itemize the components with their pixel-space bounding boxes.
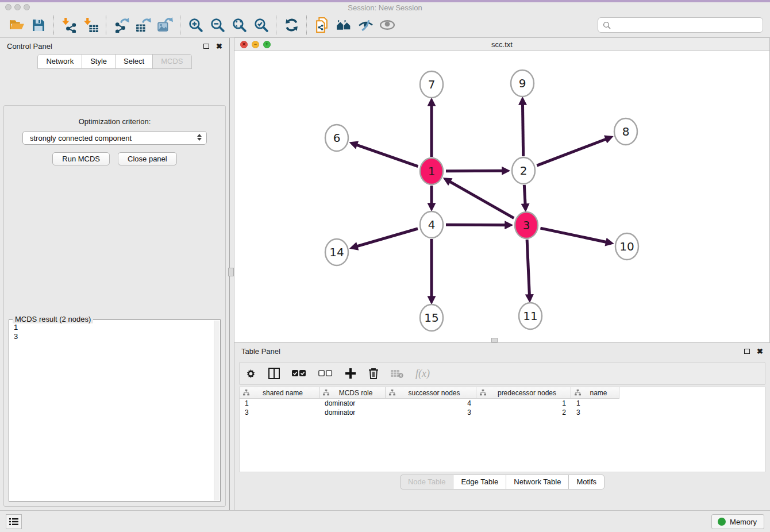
control-tab-network[interactable]: Network: [37, 54, 82, 69]
show-all-button[interactable]: [333, 15, 355, 36]
table-cell[interactable]: 3: [240, 408, 319, 417]
graph-node-7[interactable]: 7: [420, 71, 443, 98]
zoom-in-button[interactable]: [184, 15, 206, 36]
apply-layout-button[interactable]: [280, 15, 302, 36]
save-session-button[interactable]: [28, 15, 49, 36]
table-settings-button[interactable]: [245, 368, 256, 379]
mcds-result-scrollbar[interactable]: [214, 321, 220, 500]
memory-button[interactable]: Memory: [711, 514, 764, 529]
export-image-button[interactable]: [154, 15, 176, 36]
table-cell[interactable]: dominator: [319, 408, 386, 417]
table-panel-close-icon[interactable]: ✖: [757, 348, 763, 355]
graph-edge-2-8[interactable]: [537, 137, 610, 165]
graph-edge-4-14[interactable]: [352, 229, 418, 248]
export-network-button[interactable]: [110, 15, 132, 36]
column-header-shared-name[interactable]: shared name: [240, 387, 319, 398]
control-panel-float-icon[interactable]: [203, 44, 209, 49]
close-panel-button[interactable]: Close panel: [118, 152, 177, 165]
table-panel-float-icon[interactable]: [744, 349, 750, 354]
graph-node-9[interactable]: 9: [511, 70, 534, 97]
show-graphics-details-button[interactable]: [376, 15, 398, 36]
table-cell[interactable]: 3: [386, 408, 476, 417]
zoom-selected-button[interactable]: [250, 15, 272, 36]
gear-icon: [245, 368, 256, 379]
node-table: shared nameMCDS rolesuccessor nodesprede…: [239, 387, 765, 472]
table-cell[interactable]: 1: [240, 399, 319, 407]
table-cell[interactable]: 1: [476, 399, 571, 407]
graph-node-4[interactable]: 4: [420, 211, 443, 238]
column-header-successor-nodes[interactable]: successor nodes: [386, 387, 476, 398]
graph-node-1[interactable]: 1: [420, 158, 443, 184]
unselect-all-columns-button[interactable]: [318, 370, 333, 377]
graph-node-15[interactable]: 15: [420, 304, 443, 331]
table-row[interactable]: 3dominator323: [240, 408, 765, 417]
select-all-columns-button[interactable]: [292, 370, 306, 377]
column-header-name[interactable]: name: [571, 387, 619, 398]
mcds-result-line: 1: [14, 323, 210, 332]
export-table-button[interactable]: [132, 15, 154, 36]
table-tab-edge-table[interactable]: Edge Table: [453, 475, 506, 489]
delete-column-button[interactable]: [368, 368, 379, 379]
hide-selected-button[interactable]: [355, 15, 376, 36]
graph-node-11[interactable]: 11: [519, 303, 542, 329]
graph-node-2[interactable]: 2: [512, 157, 535, 184]
vertical-splitter-grip[interactable]: [228, 268, 234, 276]
table-tab-network-table[interactable]: Network Table: [506, 475, 569, 489]
import-table-button[interactable]: [80, 15, 102, 36]
sort-hierarchy-icon: [323, 390, 329, 396]
open-folder-icon: [9, 17, 25, 33]
import-table-icon: [83, 17, 99, 33]
open-session-button[interactable]: [6, 15, 28, 36]
zoom-out-button[interactable]: [206, 15, 228, 36]
graph-edge-3-10[interactable]: [540, 228, 611, 243]
control-panel-close-icon[interactable]: ✖: [216, 43, 222, 50]
table-cell[interactable]: 3: [571, 408, 619, 417]
control-tab-mcds[interactable]: MCDS: [153, 54, 191, 69]
graph-node-10[interactable]: 10: [615, 233, 638, 260]
table-cell[interactable]: dominator: [319, 399, 386, 407]
toolbar-separator: [180, 16, 180, 35]
function-builder-button[interactable]: f(x): [415, 368, 430, 380]
table-tab-node-table[interactable]: Node Table: [400, 475, 454, 489]
search-input[interactable]: [614, 21, 758, 29]
status-menu-button[interactable]: [6, 514, 22, 529]
graph-edge-3-1[interactable]: [445, 179, 514, 218]
table-tab-motifs[interactable]: Motifs: [569, 475, 605, 489]
table-row[interactable]: 1dominator411: [240, 399, 765, 408]
search-box[interactable]: [598, 17, 763, 33]
graph-edge-1-2[interactable]: [446, 171, 507, 171]
column-header-predecessor-nodes[interactable]: predecessor nodes: [476, 387, 571, 398]
table-cell[interactable]: 4: [386, 399, 476, 407]
graph-edge-2-3[interactable]: [524, 185, 525, 209]
control-tab-select[interactable]: Select: [116, 54, 153, 69]
column-header-MCDS-role[interactable]: MCDS role: [319, 387, 386, 398]
svg-text:1: 1: [428, 164, 436, 178]
control-tab-style[interactable]: Style: [82, 54, 116, 69]
memory-label: Memory: [730, 518, 757, 526]
horizontal-splitter-grip[interactable]: [491, 338, 498, 342]
graph-edge-1-6[interactable]: [352, 143, 418, 166]
graph-node-6[interactable]: 6: [325, 125, 348, 151]
zoom-fit-button[interactable]: [228, 15, 250, 36]
zoom-fit-icon: [232, 17, 247, 33]
graph-edge-4-3[interactable]: [446, 225, 510, 225]
table-cell[interactable]: 1: [571, 399, 619, 407]
graph-canvas[interactable]: 1234678910111415: [234, 52, 769, 343]
graph-node-8[interactable]: 8: [614, 118, 637, 145]
graph-edge-2-9[interactable]: [522, 99, 523, 156]
graph-node-14[interactable]: 14: [325, 239, 348, 265]
eye-slash-icon: [358, 17, 374, 33]
table-cell[interactable]: 2: [476, 408, 571, 417]
create-column-button[interactable]: [345, 368, 356, 379]
run-mcds-button[interactable]: Run MCDS: [52, 152, 110, 165]
criterion-select[interactable]: strongly connected component: [22, 131, 207, 145]
network-window-titlebar[interactable]: ✕ − + scc.txt: [234, 38, 769, 51]
clone-network-button[interactable]: [311, 15, 333, 36]
graph-node-3[interactable]: 3: [515, 212, 538, 238]
table-toolbar: f(x): [239, 362, 765, 385]
graph-edge-3-11[interactable]: [527, 240, 530, 300]
import-network-button[interactable]: [58, 15, 80, 36]
show-column-button[interactable]: [268, 368, 280, 379]
mcds-result-text[interactable]: 13: [10, 321, 213, 500]
delete-table-button[interactable]: [391, 369, 403, 378]
